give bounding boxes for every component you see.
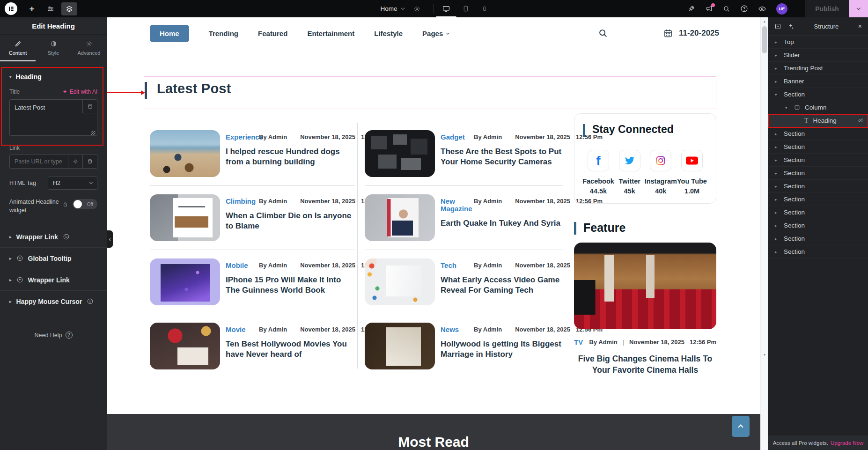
- twitter-icon[interactable]: [619, 150, 640, 171]
- tree-row[interactable]: ▸ Section: [768, 180, 868, 193]
- animated-headline-toggle[interactable]: Off: [73, 199, 97, 209]
- article-thumbnail[interactable]: [365, 258, 435, 305]
- article-headline[interactable]: Ten Best Hollywood Movies You have Never…: [226, 339, 355, 360]
- tree-row[interactable]: ▸ Section: [768, 219, 868, 232]
- tree-row[interactable]: ▸ Section: [768, 127, 868, 140]
- collapse-all-icon[interactable]: [774, 23, 781, 30]
- feature-headline[interactable]: Five Big Changes Cinema Halls To Your Fa…: [574, 354, 716, 376]
- structure-toggle-button[interactable]: [61, 2, 77, 15]
- tree-row[interactable]: ▸ Section: [768, 245, 868, 258]
- nav-item[interactable]: Entertainment: [307, 30, 354, 37]
- tree-caret-icon[interactable]: ▸: [775, 184, 779, 189]
- social-instagram[interactable]: Instagram 40k: [645, 150, 676, 195]
- tree-row[interactable]: ▸ Section: [768, 193, 868, 206]
- article-row[interactable]: Gadget By Admin November 18, 2025 12:56 …: [365, 122, 563, 186]
- article-headline[interactable]: When a Climber Die on Is anyone to Blame: [226, 211, 355, 232]
- tree-caret-icon[interactable]: ▸: [775, 132, 779, 136]
- article-headline[interactable]: Hollywood is getting Its Biggest Marriag…: [441, 339, 563, 360]
- social-facebook[interactable]: f Facebook 44.5k: [583, 150, 614, 195]
- section-wrapper-link-2[interactable]: ▸ Wrapper Link: [0, 269, 107, 290]
- article-headline[interactable]: What Early Access Video Game Reveal For …: [441, 275, 563, 296]
- article-row[interactable]: New Magazine By Admin November 18, 2025 …: [365, 186, 563, 250]
- article-thumbnail[interactable]: [150, 130, 220, 177]
- link-input[interactable]: [9, 155, 68, 169]
- instagram-icon[interactable]: [650, 150, 671, 171]
- tree-caret-icon[interactable]: ▸: [775, 236, 779, 241]
- article-category[interactable]: Experience: [226, 133, 259, 141]
- edit-with-ai-button[interactable]: ✦ Edit with AI: [63, 89, 97, 95]
- nav-item[interactable]: Home: [150, 25, 189, 42]
- article-category[interactable]: Movie: [226, 326, 259, 333]
- preview-button[interactable]: [758, 5, 766, 13]
- link-dynamic-tags-button[interactable]: [83, 155, 97, 169]
- tree-caret-icon[interactable]: ▸: [775, 145, 779, 149]
- tree-caret-icon[interactable]: ▸: [775, 158, 779, 162]
- tree-row[interactable]: ▸ Slider: [768, 49, 868, 62]
- feature-image[interactable]: [574, 243, 716, 329]
- social-youtube[interactable]: You Tube 1.0M: [677, 150, 707, 195]
- article-row[interactable]: News By Admin November 18, 2025 12:56 Pm…: [365, 314, 563, 378]
- finder-search-button[interactable]: [723, 5, 730, 13]
- article-thumbnail[interactable]: [150, 194, 220, 241]
- tree-row[interactable]: ▸ Section: [768, 206, 868, 219]
- launchpad-button[interactable]: [687, 5, 695, 13]
- tree-caret-icon[interactable]: ▸: [775, 171, 779, 176]
- latest-post-heading[interactable]: Latest Post: [157, 81, 231, 96]
- add-element-button[interactable]: +: [24, 2, 40, 15]
- article-row[interactable]: Movie By Admin November 18, 2025 12:56 P…: [150, 314, 355, 378]
- document-switcher[interactable]: Home: [380, 5, 404, 12]
- visibility-icon[interactable]: [858, 118, 864, 124]
- close-icon[interactable]: ×: [858, 23, 862, 30]
- user-avatar[interactable]: UE: [776, 3, 787, 15]
- youtube-icon[interactable]: [681, 150, 703, 171]
- tree-caret-icon[interactable]: ▸: [775, 53, 779, 58]
- tree-row[interactable]: ▸ Trending Post: [768, 62, 868, 75]
- article-category[interactable]: News: [441, 326, 474, 333]
- nav-item[interactable]: Pages: [422, 30, 449, 37]
- article-category[interactable]: Tech: [441, 262, 474, 269]
- tree-caret-icon[interactable]: ▾: [775, 92, 779, 97]
- tab-style[interactable]: Style: [36, 35, 71, 61]
- scrollbar-down-arrow[interactable]: ▼: [761, 351, 768, 358]
- article-thumbnail[interactable]: [365, 323, 435, 369]
- article-headline[interactable]: These Are the Best Spots to Put Your Hom…: [441, 147, 563, 168]
- tree-caret-icon[interactable]: ▸: [775, 250, 779, 254]
- device-tablet-button[interactable]: [463, 0, 470, 17]
- article-thumbnail[interactable]: [150, 258, 220, 305]
- need-help-link[interactable]: Need Help ?: [0, 332, 107, 339]
- article-headline[interactable]: IPhone 15 Pro Will Make It Into The Guin…: [226, 275, 355, 296]
- site-search-button[interactable]: [598, 28, 608, 38]
- tree-row[interactable]: ▸ Top: [768, 36, 868, 49]
- heading-section-toggle[interactable]: ▾ Heading: [0, 61, 107, 89]
- tree-caret-icon[interactable]: ▸: [775, 210, 779, 215]
- section-global-tooltip[interactable]: ▸ Global Tooltip: [0, 247, 107, 269]
- tree-row[interactable]: ▸ Banner: [768, 75, 868, 88]
- site-settings-button[interactable]: [43, 2, 59, 15]
- tree-row[interactable]: T Heading: [768, 114, 868, 127]
- article-headline[interactable]: I helped rescue Hundred dogs from a burn…: [226, 147, 355, 168]
- canvas-scrollbar[interactable]: ▲ ▼: [760, 17, 768, 450]
- article-row[interactable]: Climbing By Admin November 18, 2025 12:5…: [150, 186, 355, 250]
- article-row[interactable]: Experience By Admin November 18, 2025 12…: [150, 122, 355, 186]
- publish-options-button[interactable]: [849, 0, 868, 17]
- upgrade-now-link[interactable]: Upgrade Now: [831, 440, 863, 446]
- tree-row[interactable]: ▾ Section: [768, 88, 868, 101]
- tree-caret-icon[interactable]: ▸: [775, 223, 779, 228]
- tree-caret-icon[interactable]: ▸: [775, 40, 779, 44]
- ai-sparkle-icon[interactable]: [787, 23, 794, 30]
- feature-category[interactable]: TV: [574, 338, 583, 346]
- publish-button[interactable]: Publish: [805, 0, 849, 17]
- social-twitter[interactable]: Twitter 45k: [614, 150, 645, 195]
- tree-row[interactable]: ▸ Section: [768, 140, 868, 154]
- tab-advanced[interactable]: Advanced: [71, 35, 107, 61]
- help-button[interactable]: [740, 5, 748, 13]
- notifications-button[interactable]: [705, 5, 713, 13]
- selected-heading-widget[interactable]: Latest Post: [144, 76, 716, 109]
- nav-item[interactable]: Lifestyle: [374, 30, 403, 37]
- article-category[interactable]: Mobile: [226, 262, 259, 269]
- article-headline[interactable]: Earth Quake In Tukey And Syria: [441, 218, 563, 229]
- tree-caret-icon[interactable]: ▸: [775, 79, 779, 84]
- page-settings-button[interactable]: [409, 2, 425, 15]
- scrollbar-thumb[interactable]: [762, 26, 767, 53]
- scrollbar-up-arrow[interactable]: ▲: [761, 17, 768, 25]
